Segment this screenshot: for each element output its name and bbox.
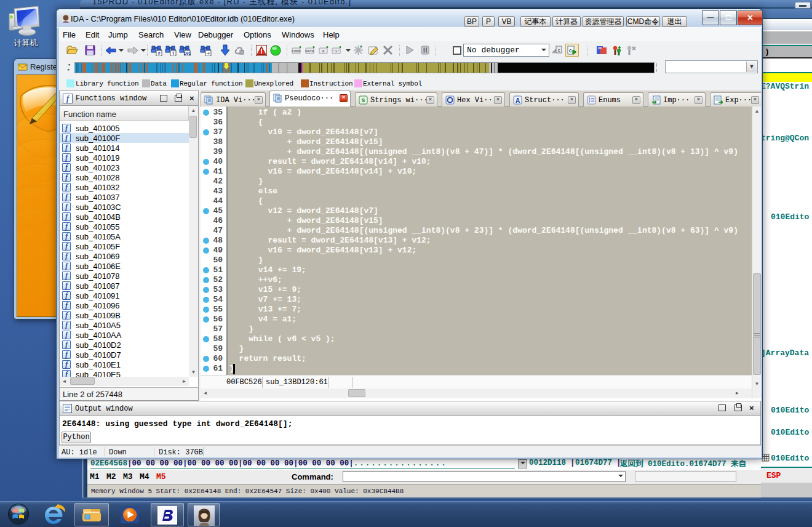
svg-text:➔: ➔ (207, 51, 210, 56)
svg-text:DATA: DATA (305, 49, 314, 54)
svg-text:#: # (157, 51, 160, 56)
svg-text:s: s (361, 97, 365, 104)
svg-text:A: A (322, 49, 325, 54)
svg-text:101: 101 (183, 51, 191, 56)
svg-text:c: c (569, 48, 572, 54)
svg-text:CODE: CODE (292, 49, 301, 54)
svg-text:A: A (515, 97, 520, 104)
svg-text:c: c (557, 48, 560, 53)
svg-text:'s': 's' (333, 49, 340, 54)
svg-text:T: T (172, 51, 174, 56)
